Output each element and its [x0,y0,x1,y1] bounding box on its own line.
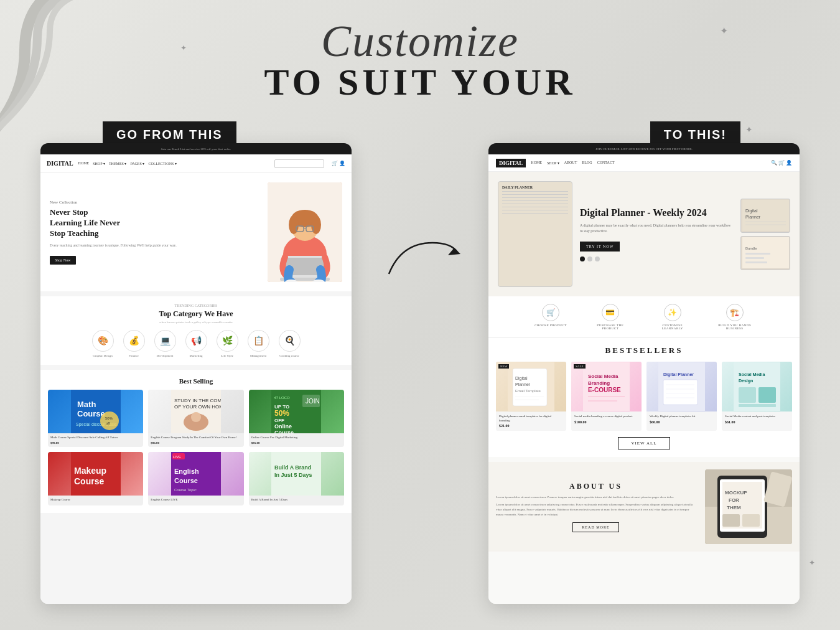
ls-finance-icon: 💰 [123,330,145,352]
rs-step-build: 🏗️ BUILD YOU HANDS BUSINESS [716,304,754,330]
svg-rect-92 [722,514,740,527]
rs-social-info: Social Media content and post templates … [722,411,792,427]
svg-rect-78 [734,362,780,411]
ls-lifestyle-label: Life Style [221,354,233,357]
rs-step-choose: 🛒 CHOOSE PRODUCT [534,304,567,330]
ls-dev-label: Development [157,354,174,357]
ls-hero-p: Every teaching and learning journey is u… [50,243,261,248]
rs-about-image: MOCKUP FOR THEM [705,469,792,544]
rs-mockup-svg: MOCKUP FOR THEM [705,469,792,544]
rs-social-img: Social Media Design [722,362,792,411]
rs-hero-btn[interactable]: TRY IT NOW [580,242,620,252]
rs-topbar-text: JOIN OUR EMAIL LIST AND RECEIVE 20% OFF … [495,148,793,151]
svg-text:Course: Course [274,430,294,433]
svg-text:50%: 50% [105,416,113,420]
ls-categories: TRENDING CATEGORIES Top Category We Have… [40,296,352,365]
rs-view-all-btn[interactable]: VIEW ALL [618,437,670,449]
ls-online-title: Online Course For Digital Marketing [251,436,342,440]
ls-product-build: Build A Brand In Just 5 Days Build A Bra… [249,452,344,506]
ls-lifestyle-icon: 🌿 [217,330,238,352]
customize-title: Customize [0,19,840,63]
svg-text:Email Template: Email Template [515,389,541,393]
rs-weekly-img: Digital Planner [646,362,717,411]
rs-customise-label: CUSTOMISE LEARNABLY [654,324,691,330]
left-screen-content: Join our Email List and receive 20% off … [40,143,352,604]
svg-rect-83 [739,404,776,407]
rs-read-more-btn[interactable]: READ MORE [572,522,618,532]
rs-branding-img: SALE Social Media Branding E-COURSE [571,362,642,411]
svg-text:Course: Course [74,476,104,486]
ls-navbar: DIGITAL HOME SHOP ▾ THEMES ▾ PAGES ▾ COL… [40,154,352,173]
ls-category-marketing: 📢 Marketing [185,330,207,357]
ls-product-makeup: Makeup Course Makeup Course [48,452,143,506]
rs-branding-title-text: Social media branding e-course digital p… [574,415,638,419]
ls-hero-text: New Collection Never StopLearning Life N… [50,200,261,265]
svg-text:Digital Planner: Digital Planner [663,372,694,377]
ls-english-title: English Course Program Study In The Comf… [151,436,241,440]
rs-side-card-1: Digital Planner [740,199,790,233]
rs-planner-title-text: Digital planner email templates for digi… [499,415,563,423]
ls-product-english: STUDY IN THE COMFORT OF YOUR OWN HOME! E… [148,390,243,447]
svg-text:Digital: Digital [515,376,528,381]
rs-step-purchase: 💳 PURCHASE THE PRODUCT [592,304,629,330]
arrow-decoration [370,224,470,286]
svg-text:50%: 50% [274,409,289,418]
rs-hero-dots [580,256,733,261]
svg-text:OF YOUR OWN HOME!: OF YOUR OWN HOME! [174,404,221,410]
svg-text:THEM: THEM [727,505,741,510]
rs-hero-h1: Digital Planner - Weekly 2024 [580,207,733,219]
ls-category-cooking: 🍳 Cooking course [279,330,301,357]
ls-dev-icon: 💻 [154,330,176,352]
ls-online-price: $85.00 [251,441,342,444]
rs-side-card-2: Bundle [740,236,790,270]
rs-branding-badge: SALE [574,364,586,369]
ls-topbar: Join our Email List and receive 20% off … [40,143,352,154]
rs-planner-img: NEW Digital Planner Email Template [496,362,566,411]
rs-social-title-text: Social Media content and post templates [725,415,789,419]
ls-build-info: Build A Brand In Just 5 Days [249,496,344,506]
rs-planner-info: Digital planner email templates for digi… [496,411,566,431]
ls-hero-small: New Collection [50,200,261,205]
rs-purchase-label: PURCHASE THE PRODUCT [592,324,629,330]
svg-text:off: off [106,421,110,425]
to-suit-your-title: TO SUIT YOUR [0,63,840,101]
svg-text:Planner: Planner [515,382,531,387]
sparkle-bottom-right: ✦ [809,558,815,568]
ls-english2-title: English Course LIVE [151,498,241,502]
sparkle-mid-right: ✦ [745,125,753,135]
ls-product-online: 🏷 LOCO UP TO 50% OFF Online Course JOIN [249,390,344,447]
rs-product-social: Social Media Design Social Media content… [722,362,792,431]
ls-hero-btn[interactable]: Shop Now [50,256,76,265]
svg-text:Online: Online [274,423,292,430]
ls-build-img: Build A Brand In Just 5 Days [249,452,344,496]
svg-rect-73 [663,380,698,405]
svg-text:OFF: OFF [274,418,284,423]
rs-about-p1: Lorem ipsum dolor sit amet consecteuer. … [496,495,696,500]
rs-planner-badge: NEW [498,364,509,369]
svg-point-18 [100,411,119,430]
svg-rect-81 [739,387,756,403]
ls-category-lifestyle: 🌿 Life Style [217,330,238,357]
ls-hero-image [268,182,342,282]
rs-about-p2: Lorem ipsum dolor sit amet consecteuer a… [496,502,696,517]
svg-marker-47 [448,248,460,255]
svg-text:Build A Brand: Build A Brand [274,464,311,471]
ls-makeup-img: Makeup Course [48,452,143,496]
svg-rect-93 [742,514,760,527]
ls-math-img: Math Course Special discount sale 50% of… [48,390,143,433]
ls-cooking-icon: 🍳 [279,330,301,352]
rs-step-customise: ✨ CUSTOMISE LEARNABLY [654,304,691,330]
ls-topbar-text: Join our Email List and receive 20% off … [45,148,347,151]
svg-text:🏷 LOCO: 🏷 LOCO [274,396,290,400]
svg-text:STUDY IN THE COMFORT: STUDY IN THE COMFORT [174,398,221,403]
svg-text:Planner: Planner [745,215,761,219]
rs-about-text: ABOUT US Lorem ipsum dolor sit amet cons… [496,482,696,532]
rs-branding-price: $100.00 [574,420,638,424]
rs-product-branding: SALE Social Media Branding E-COURSE [571,362,642,431]
ls-math-info: Math Course Special Discount Sale Callin… [48,433,143,447]
rs-navbar: DIGITAL HOME SHOP ▾ ABOUT BLOG CONTACT 🔍… [488,154,800,172]
hero-person-svg [268,182,342,282]
left-screenshot: Join our Email List and receive 20% off … [40,143,352,604]
rs-purchase-icon: 💳 [602,304,619,321]
rs-product-grid: NEW Digital Planner Email Template [496,362,792,431]
